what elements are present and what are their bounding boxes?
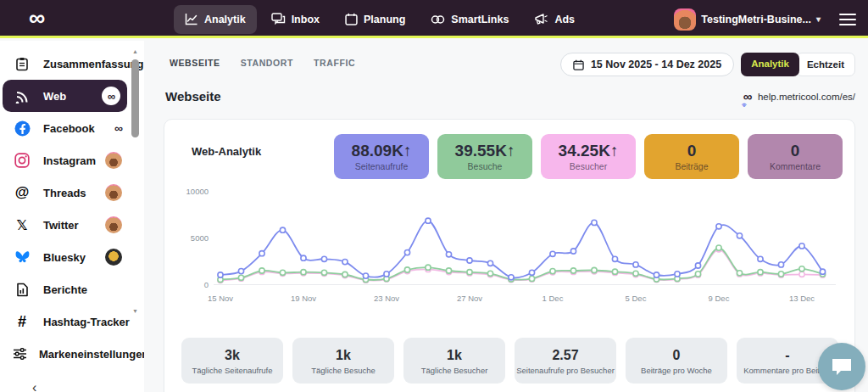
facebook-icon [13,120,31,137]
nav-analytik[interactable]: Analytik [174,5,257,34]
sidebar-item-label: Zusammenfassung [43,58,143,70]
connected-account-avatar [105,152,122,169]
rss-icon [13,89,31,104]
sidebar-collapse-button[interactable]: ‹ [32,380,36,392]
trend-up-arrow: ↑ [403,142,412,160]
sidebar-item-bluesky[interactable]: Bluesky [0,241,144,273]
sidebar-item-threads[interactable]: @Threads [0,176,144,209]
metricool-app: ∞ AnalytikInboxPlanungSmartLinksAds Test… [0,0,868,392]
sidebar-item-instagram[interactable]: Instagram [0,144,144,176]
nav-label: Analytik [204,14,246,25]
sidebar-item-markeneinstellungen[interactable]: Markeneinstellungen [0,338,144,370]
page-title: Webseite [165,89,221,104]
scrollbar-thumb[interactable] [131,59,139,137]
summary-label: Beiträge pro Woche [641,366,712,375]
summary-label: Tägliche Seitenaufrufe [192,366,272,375]
stat-besucher[interactable]: 34.25K↑Besucher [541,134,636,179]
tab-standort[interactable]: STANDORT [241,58,293,68]
summary-t-gliche-besuche: 1kTägliche Besuche [292,338,394,384]
clipboard-icon [13,57,31,71]
summary-value: 3k [225,347,240,363]
connected-account-avatar [105,249,122,266]
tab-webseite[interactable]: WEBSEITE [170,58,220,68]
svg-text:23 Nov: 23 Nov [374,294,399,303]
instagram-icon [13,153,31,168]
summary-t-gliche-besucher: 1kTägliche Besucher [403,338,505,384]
main-content: WEBSEITESTANDORTTRAFFIC 15 Nov 2025 - 14… [144,41,868,392]
svg-text:15 Nov: 15 Nov [208,294,233,303]
stat-value: 0 [791,142,800,160]
summary-value: 0 [673,347,681,363]
sidebar-scrollbar[interactable]: ▲ ▼ [131,48,140,316]
chat-bubble-icon [831,356,853,377]
section-tabs: WEBSEITESTANDORTTRAFFIC [170,58,355,68]
mode-toggle: Analytik Echtzeit [741,53,855,76]
stat-value: 34.25K↑ [559,142,619,160]
stat-beiträge[interactable]: 0Beiträge [644,134,739,179]
svg-text:0: 0 [204,280,209,289]
sidebar-item-berichte[interactable]: Berichte [0,273,144,305]
stat-label: Seitenaufrufe [355,161,408,171]
account-switcher[interactable]: TestingMetri-Busine... ▾ [674,8,821,31]
sidebar-item-label: Berichte [43,283,87,296]
chat-support-button[interactable] [818,343,865,390]
scroll-up-icon[interactable]: ▲ [131,48,140,56]
hamburger-menu-icon[interactable] [839,14,856,25]
sidebar-item-web[interactable]: Web∞ [3,80,127,112]
topbar: ∞ AnalytikInboxPlanungSmartLinksAds Test… [0,0,868,38]
calendar-icon [345,13,358,25]
svg-text:1 Dec: 1 Dec [542,294,564,303]
stat-value: 88.09K↑ [352,142,412,160]
nav-ads[interactable]: Ads [523,5,586,34]
account-name: TestingMetri-Busine... [701,14,811,25]
stat-besuche[interactable]: 39.55K↑Besuche [437,134,532,179]
sidebar-item-label: Hashtag-Tracker [43,316,130,328]
sidebar-item-hashtag-tracker[interactable]: #Hashtag-Tracker [0,305,144,338]
sliders-icon [13,347,27,361]
stat-kommentare[interactable]: 0Kommentare [748,134,843,179]
stat-value: 0 [687,142,697,160]
threads-icon: @ [13,184,31,201]
bluesky-icon [13,250,31,265]
metricool-logo-icon[interactable]: ∞ [29,0,43,37]
stat-label: Kommentare [770,161,821,171]
date-range-picker[interactable]: 15 Nov 2025 - 14 Dez 2025 [560,53,734,76]
sidebar-item-twitter[interactable]: 𝕏Twitter [0,209,144,241]
stat-label: Beiträge [675,161,708,171]
summary-seitenaufrufe-pro-besucher: 2.57Seitenaufrufe pro Besucher [515,338,616,384]
summary-label: Seitenaufrufe pro Besucher [516,366,615,375]
connected-account-avatar [105,184,122,201]
chart-line-icon [185,13,198,25]
toggle-realtime[interactable]: Echtzeit [796,53,855,76]
sidebar-item-label: Web [43,90,66,103]
summary-value: 1k [336,347,351,363]
summary-t-gliche-seitenaufrufe: 3kTägliche Seitenaufrufe [181,338,283,384]
sidebar-item-label: Instagram [43,154,96,167]
tab-traffic[interactable]: TRAFFIC [314,58,355,68]
top-navigation: AnalytikInboxPlanungSmartLinksAds [174,0,586,38]
nav-smartlinks[interactable]: SmartLinks [420,5,520,34]
nav-label: Ads [554,14,575,25]
infinity-badge-icon: ∞ [114,121,122,135]
nav-inbox[interactable]: Inbox [260,5,331,34]
summary-boxes: 3kTägliche Seitenaufrufe1kTägliche Besuc… [181,338,838,384]
sidebar-item-zusammenfassung[interactable]: Zusammenfassung [0,48,144,80]
svg-text:27 Nov: 27 Nov [457,294,482,303]
help-link-text: help.metricool.com/es/ [758,92,855,102]
scroll-down-icon[interactable]: ▼ [131,307,140,316]
sidebar-item-label: Threads [43,187,86,199]
traffic-line-chart: 050001000015 Nov19 Nov23 Nov27 Nov1 Dec5… [175,182,846,311]
nav-planung[interactable]: Planung [334,5,416,34]
svg-text:5000: 5000 [191,233,209,243]
stat-boxes: 88.09K↑Seitenaufrufe39.55K↑Besuche34.25K… [334,134,843,179]
summary-value: 2.57 [552,347,578,363]
svg-text:13 Dec: 13 Dec [789,294,815,303]
help-link[interactable]: ∞ᯤ help.metricool.com/es/ [743,89,855,104]
sidebar-item-label: Twitter [43,219,79,232]
stat-seitenaufrufe[interactable]: 88.09K↑Seitenaufrufe [334,134,429,179]
nav-label: SmartLinks [451,14,509,25]
topbar-right: TestingMetri-Busine... ▾ [674,0,856,38]
summary-value: 1k [447,347,462,363]
toggle-analytics[interactable]: Analytik [741,53,799,76]
sidebar-item-facebook[interactable]: Facebook∞ [0,112,144,144]
